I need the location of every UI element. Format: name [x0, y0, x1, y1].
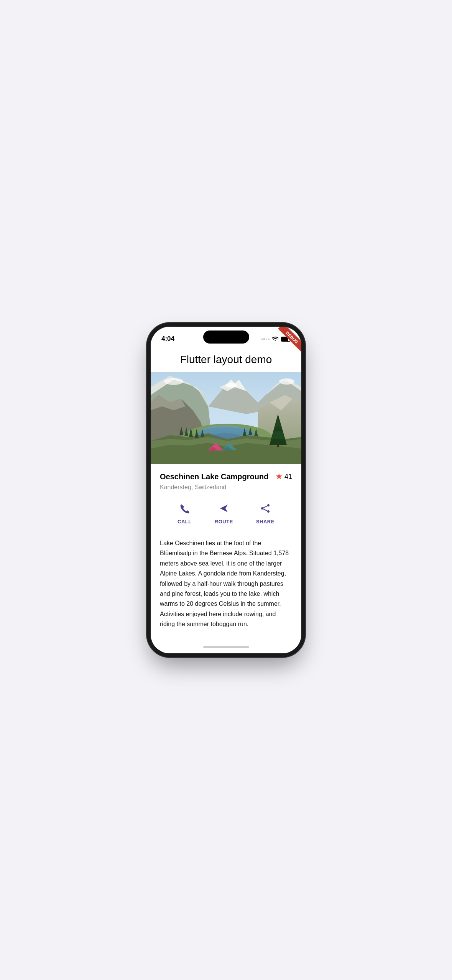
svg-point-38: [210, 433, 241, 439]
content-area: Oeschinen Lake Campground ★ 41 Kanderste…: [151, 464, 301, 640]
svg-marker-39: [220, 505, 228, 512]
svg-point-42: [267, 510, 270, 513]
debug-badge-wrap: DEBUG: [271, 327, 301, 357]
route-icon: [219, 503, 229, 516]
signal-dot-3: [266, 339, 267, 340]
svg-line-43: [263, 506, 267, 508]
debug-badge: DEBUG: [278, 327, 301, 352]
hero-image: [151, 372, 301, 464]
action-buttons: CALL ROUTE: [160, 500, 292, 528]
call-label: CALL: [178, 519, 192, 525]
home-indicator: [151, 640, 301, 653]
signal-dot-4: [268, 339, 270, 340]
svg-point-41: [261, 507, 263, 510]
signal-dot-2: [263, 338, 265, 340]
share-button[interactable]: SHARE: [248, 500, 282, 528]
phone-frame: DEBUG 4:04 Fl: [151, 327, 301, 653]
svg-point-36: [279, 378, 294, 385]
location-header: Oeschinen Lake Campground ★ 41: [160, 472, 292, 482]
location-subtitle: Kandersteg, Switzerland: [160, 484, 292, 491]
description-text: Lake Oeschinen lies at the foot of the B…: [160, 538, 292, 640]
dynamic-island: [203, 331, 249, 344]
signal-dot-1: [261, 339, 263, 340]
route-label: ROUTE: [215, 519, 233, 525]
call-button[interactable]: CALL: [170, 500, 199, 528]
signal-dots: [261, 338, 270, 340]
rating-container: ★ 41: [275, 472, 292, 482]
landscape-svg: [151, 372, 301, 464]
svg-point-35: [225, 383, 237, 388]
scroll-content[interactable]: Flutter layout demo: [151, 346, 301, 640]
svg-point-37: [164, 378, 183, 385]
rating-count: 41: [284, 473, 292, 481]
status-time: 4:04: [161, 335, 174, 343]
svg-line-44: [263, 509, 267, 511]
share-icon: [260, 503, 271, 516]
share-label: SHARE: [256, 519, 274, 525]
star-icon: ★: [275, 472, 283, 482]
route-button[interactable]: ROUTE: [207, 500, 241, 528]
svg-point-40: [267, 504, 270, 506]
home-bar: [203, 646, 249, 648]
location-name: Oeschinen Lake Campground: [160, 472, 275, 482]
call-icon: [179, 503, 190, 516]
